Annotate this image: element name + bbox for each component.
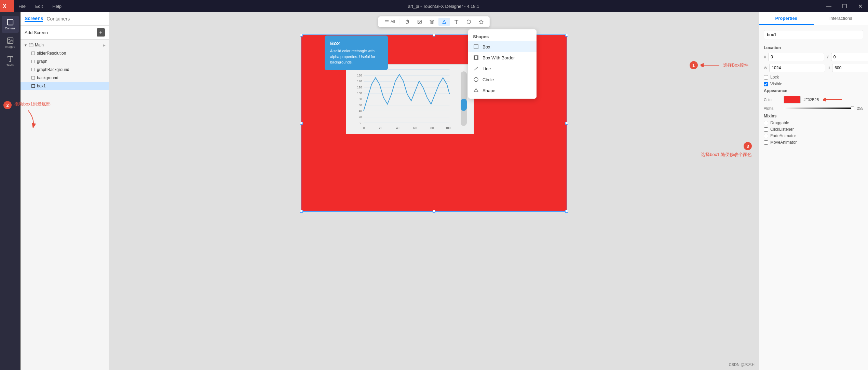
tab-interactions[interactable]: Interactions (814, 12, 868, 25)
alpha-slider[interactable] (784, 108, 854, 109)
mixin-fadeanimator-checkbox[interactable] (764, 134, 768, 138)
handle-mr[interactable] (565, 122, 568, 125)
add-screen-label: Add Screen (25, 30, 48, 35)
annotation-1: 1 选择Box控件 (690, 60, 748, 70)
toolbar-typography-button[interactable] (451, 18, 462, 26)
slider-track[interactable] (461, 71, 467, 126)
lock-checkbox-row: Lock (764, 75, 863, 80)
svg-rect-1 (7, 19, 13, 25)
svg-text:120: 120 (357, 86, 362, 89)
sidebar-item-canvas[interactable]: Canvas (2, 16, 19, 33)
handle-tl[interactable] (300, 34, 303, 37)
mixin-clicklistener-checkbox[interactable] (764, 127, 768, 132)
sidebar-item-images[interactable]: Images (2, 34, 19, 51)
menu-file[interactable]: File (14, 0, 30, 12)
titlebar: X File Edit Help art_pi - TouchGFX Desig… (0, 0, 868, 12)
tab-screens[interactable]: Screens (25, 16, 43, 22)
minimize-button[interactable]: — (821, 0, 837, 12)
chart-svg: 180 160 140 120 100 80 60 40 20 0 (346, 65, 474, 134)
mixin-fadeanimator: FadeAnimator (764, 133, 863, 138)
tree-item-graph[interactable]: graph (21, 57, 109, 66)
visible-checkbox[interactable] (764, 82, 768, 86)
color-row: Color #F02B2B (764, 96, 863, 103)
color-label: Color (764, 98, 781, 102)
shape-item-shape[interactable]: Shape (468, 85, 537, 96)
add-screen-button[interactable]: + (97, 28, 105, 37)
close-button[interactable]: ✕ (852, 0, 868, 12)
alpha-row: Alpha 255 (764, 106, 863, 110)
mixin-draggable-checkbox[interactable] (764, 121, 768, 125)
handle-tr[interactable] (565, 34, 568, 37)
svg-line-50 (474, 67, 478, 71)
canvas-area[interactable]: All (109, 12, 759, 370)
handle-br[interactable] (565, 210, 568, 213)
window-controls: — ❐ ✕ (821, 0, 868, 12)
annotation-text-1: 选择Box控件 (723, 62, 748, 68)
widget-name-input[interactable] (764, 30, 863, 39)
properties-content: Location X Y W H Lock Visible (759, 25, 868, 370)
box-shape-icon (473, 44, 479, 50)
shape-item-boxborder[interactable]: Box With Border (468, 52, 537, 63)
svg-rect-49 (474, 56, 477, 59)
handle-tm[interactable] (433, 34, 435, 37)
svg-text:20: 20 (359, 115, 362, 119)
images-label: Images (5, 45, 15, 48)
alpha-thumb[interactable] (851, 106, 854, 110)
shape-shape-label: Shape (483, 88, 496, 93)
toolbar-custom-button[interactable] (475, 18, 487, 26)
toolbar-images-button[interactable] (414, 18, 425, 26)
tree-item-sliderresolution[interactable]: sliderResolution (21, 49, 109, 57)
tab-containers[interactable]: Containers (46, 16, 70, 22)
menu-edit[interactable]: Edit (30, 0, 48, 12)
w-input[interactable] (769, 64, 825, 72)
graph-icon (31, 59, 36, 64)
h-input[interactable] (832, 64, 868, 72)
svg-text:100: 100 (357, 91, 362, 95)
tree-item-graphbg-label: graphBackground (37, 67, 69, 72)
add-screen-bar: Add Screen + (21, 26, 109, 40)
tab-properties[interactable]: Properties (759, 12, 814, 25)
mixin-clicklistener-label: ClickListener (770, 127, 794, 132)
shape-item-box[interactable]: Box (468, 41, 537, 52)
location-wh-row: W H (764, 64, 863, 72)
handle-bl[interactable] (300, 210, 303, 213)
mixin-moveanimator-checkbox[interactable] (764, 140, 768, 145)
shape-box-label: Box (483, 44, 490, 49)
slider-thumb[interactable] (461, 99, 467, 111)
svg-rect-8 (32, 60, 35, 63)
tree-item-main[interactable]: ▼ Main ▶ (21, 41, 109, 49)
svg-point-3 (9, 39, 10, 40)
restore-button[interactable]: ❐ (837, 0, 852, 12)
toolbar: All (378, 16, 490, 27)
lock-checkbox[interactable] (764, 75, 768, 80)
toolbar-3d-button[interactable] (463, 18, 475, 26)
toolbar-shapes-button[interactable] (438, 18, 450, 26)
circle-shape-icon (473, 76, 479, 83)
sidebar-item-texts[interactable]: Texts (2, 53, 19, 70)
appearance-section-title: Appearance (764, 88, 863, 93)
tree-item-graphbackground[interactable]: graphBackground (21, 66, 109, 74)
tree-item-background[interactable]: background (21, 74, 109, 82)
tooltip-body: A solid color rectangle with alpha prope… (330, 48, 382, 65)
toolbar-all-button[interactable]: All (381, 18, 398, 26)
handle-bm[interactable] (433, 210, 435, 213)
watermark: CSDN @木木H (729, 362, 755, 367)
annotation-arrow-1 (701, 60, 721, 70)
color-swatch[interactable] (784, 96, 801, 103)
menu-help[interactable]: Help (48, 0, 66, 12)
svg-marker-17 (430, 20, 434, 22)
y-input[interactable] (831, 53, 868, 61)
shape-item-circle[interactable]: Circle (468, 74, 537, 85)
toolbar-interactions-button[interactable] (402, 18, 413, 26)
tree-item-arrow: ▶ (103, 43, 106, 47)
x-input[interactable] (768, 53, 824, 61)
alpha-value: 255 (857, 106, 863, 110)
shape-item-line[interactable]: Line (468, 63, 537, 74)
shape-line-label: Line (483, 66, 491, 71)
folder-icon (29, 43, 33, 47)
tree-item-box1[interactable]: box1 (21, 82, 109, 90)
tree-item-main-label: Main (35, 43, 44, 47)
toolbar-containers-button[interactable] (426, 18, 438, 26)
handle-ml[interactable] (300, 122, 303, 125)
line-shape-icon (473, 66, 479, 72)
